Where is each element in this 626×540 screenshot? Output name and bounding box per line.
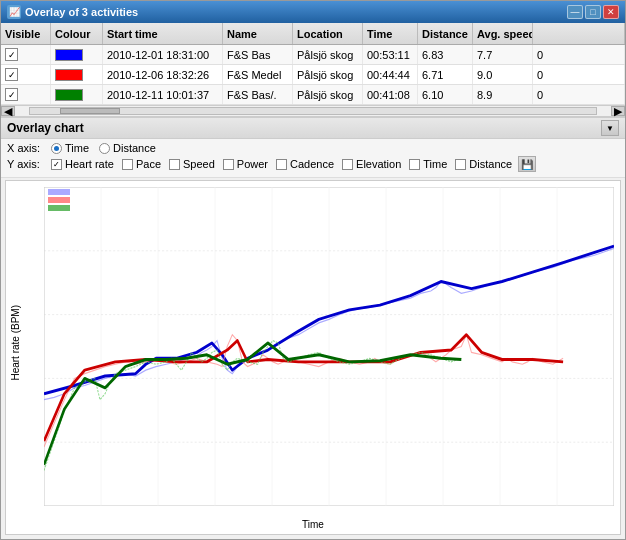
- col-header-time: Time: [363, 23, 418, 44]
- scroll-left-button[interactable]: ◀: [1, 106, 15, 116]
- y-cadence-checkbox[interactable]: [276, 159, 287, 170]
- table-row: ✓ 2010-12-06 18:32:26 F&S Medel Pålsjö s…: [1, 65, 625, 85]
- col-header-name: Name: [223, 23, 293, 44]
- row2-distance: 6.71: [418, 65, 473, 84]
- row3-location: Pålsjö skog: [293, 85, 363, 104]
- x-axis-time-option[interactable]: Time: [51, 142, 89, 154]
- window-icon: 📈: [7, 5, 21, 19]
- col-header-visible: Visible: [1, 23, 51, 44]
- x-axis-distance-label: Distance: [113, 142, 156, 154]
- scrollbar-thumb[interactable]: [60, 108, 120, 114]
- horizontal-scrollbar[interactable]: ◀ ▶: [1, 105, 625, 117]
- col-header-colour: Colour: [51, 23, 103, 44]
- row1-checkbox[interactable]: ✓: [5, 48, 18, 61]
- activities-table: Visible Colour Start time Name Location …: [1, 23, 625, 117]
- legend-item-2: [48, 197, 70, 203]
- row1-distance: 6.83: [418, 45, 473, 64]
- scrollbar-track[interactable]: [29, 107, 597, 115]
- y-time-item[interactable]: Time: [409, 158, 447, 170]
- x-axis-radio-group: Time Distance: [51, 142, 156, 154]
- row3-distance: 6.10: [418, 85, 473, 104]
- y-axis-container: Heart rate (BPM): [8, 181, 22, 504]
- row3-colour: [51, 85, 103, 104]
- title-buttons: — □ ✕: [567, 5, 619, 19]
- y-heart-rate-checkbox[interactable]: ✓: [51, 159, 62, 170]
- legend: [48, 189, 70, 211]
- save-button[interactable]: 💾: [518, 156, 536, 172]
- col-header-start: Start time: [103, 23, 223, 44]
- row2-visible[interactable]: ✓: [1, 65, 51, 84]
- overlay-section: Overlay chart ▼ X axis: Time Distanc: [1, 117, 625, 539]
- title-bar: 📈 Overlay of 3 activities — □ ✕: [1, 1, 625, 23]
- y-distance-label: Distance: [469, 158, 512, 170]
- row2-speed: 9.0: [473, 65, 533, 84]
- y-time-checkbox[interactable]: [409, 159, 420, 170]
- col-header-distance: Distance: [418, 23, 473, 44]
- row3-start: 2010-12-11 10:01:37: [103, 85, 223, 104]
- row2-checkbox[interactable]: ✓: [5, 68, 18, 81]
- x-axis-label: Time: [302, 519, 324, 530]
- row2-name: F&S Medel: [223, 65, 293, 84]
- x-axis-row: X axis: Time Distance: [7, 142, 619, 154]
- y-speed-item[interactable]: Speed: [169, 158, 215, 170]
- x-axis-time-label: Time: [65, 142, 89, 154]
- y-axis-label: Heart rate (BPM): [10, 305, 21, 381]
- y-pace-label: Pace: [136, 158, 161, 170]
- controls-area: X axis: Time Distance Y axis:: [1, 139, 625, 178]
- close-button[interactable]: ✕: [603, 5, 619, 19]
- row2-time: 00:44:44: [363, 65, 418, 84]
- y-distance-checkbox[interactable]: [455, 159, 466, 170]
- row3-checkbox[interactable]: ✓: [5, 88, 18, 101]
- row2-location: Pålsjö skog: [293, 65, 363, 84]
- scroll-right-button[interactable]: ▶: [611, 106, 625, 116]
- y-cadence-item[interactable]: Cadence: [276, 158, 334, 170]
- y-speed-checkbox[interactable]: [169, 159, 180, 170]
- row1-visible[interactable]: ✓: [1, 45, 51, 64]
- row2-start: 2010-12-06 18:32:26: [103, 65, 223, 84]
- row1-speed: 7.7: [473, 45, 533, 64]
- y-heart-rate-item[interactable]: ✓ Heart rate: [51, 158, 114, 170]
- row3-name: F&S Bas/.: [223, 85, 293, 104]
- chart-area: Heart rate (BPM): [5, 180, 621, 535]
- y-time-label: Time: [423, 158, 447, 170]
- y-axis-row: Y axis: ✓ Heart rate Pace Speed: [7, 156, 619, 172]
- y-distance-item[interactable]: Distance: [455, 158, 512, 170]
- x-axis-distance-radio[interactable]: [99, 143, 110, 154]
- col-header-speed: Avg. speed: [473, 23, 533, 44]
- y-pace-item[interactable]: Pace: [122, 158, 161, 170]
- table-row: ✓ 2010-12-01 18:31:00 F&S Bas Pålsjö sko…: [1, 45, 625, 65]
- row1-location: Pålsjö skog: [293, 45, 363, 64]
- row1-extra: 0: [533, 45, 625, 64]
- row3-speed: 8.9: [473, 85, 533, 104]
- minimize-button[interactable]: —: [567, 5, 583, 19]
- y-pace-checkbox[interactable]: [122, 159, 133, 170]
- x-axis-time-dot: [54, 146, 59, 151]
- y-elevation-checkbox[interactable]: [342, 159, 353, 170]
- y-power-label: Power: [237, 158, 268, 170]
- legend-item-1: [48, 189, 70, 195]
- x-axis-time-radio[interactable]: [51, 143, 62, 154]
- table-row: ✓ 2010-12-11 10:01:37 F&S Bas/. Pålsjö s…: [1, 85, 625, 105]
- col-header-location: Location: [293, 23, 363, 44]
- row3-visible[interactable]: ✓: [1, 85, 51, 104]
- row3-extra: 0: [533, 85, 625, 104]
- row3-swatch: [55, 89, 83, 101]
- y-power-checkbox[interactable]: [223, 159, 234, 170]
- chart-svg: 80 100 120 140 160 0:00 5:00 10:00 15:00…: [44, 187, 614, 506]
- y-axis-check-group: ✓ Heart rate Pace Speed Power: [51, 158, 512, 170]
- overlay-title: Overlay chart: [7, 121, 84, 135]
- y-elevation-item[interactable]: Elevation: [342, 158, 401, 170]
- x-axis-distance-option[interactable]: Distance: [99, 142, 156, 154]
- row1-time: 00:53:11: [363, 45, 418, 64]
- table-header: Visible Colour Start time Name Location …: [1, 23, 625, 45]
- row2-colour: [51, 65, 103, 84]
- y-axis-label: Y axis:: [7, 158, 45, 170]
- overlay-header: Overlay chart ▼: [1, 117, 625, 139]
- maximize-button[interactable]: □: [585, 5, 601, 19]
- window-title: Overlay of 3 activities: [25, 6, 138, 18]
- col-header-extra: [533, 23, 625, 44]
- legend-item-3: [48, 205, 70, 211]
- y-power-item[interactable]: Power: [223, 158, 268, 170]
- main-window: 📈 Overlay of 3 activities — □ ✕ Visible …: [0, 0, 626, 540]
- collapse-button[interactable]: ▼: [601, 120, 619, 136]
